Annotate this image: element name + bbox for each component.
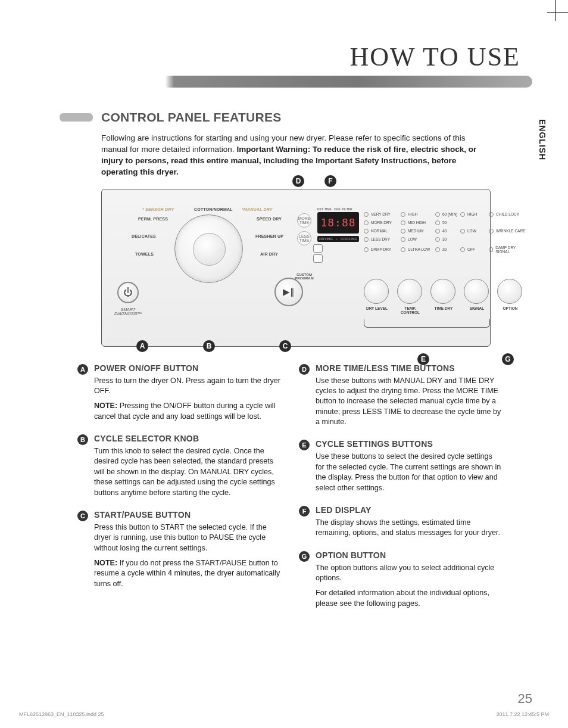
page-title: HOW TO USE: [60, 42, 520, 72]
opt-high2: HIGH: [460, 212, 488, 217]
label-freshen-up: FRESHEN UP: [255, 234, 283, 238]
opt-40: 40: [435, 229, 459, 234]
smart-diagnosis-label: SMART DIAGNOSIS™: [111, 307, 145, 316]
callout-D: D: [292, 175, 304, 187]
label-est-time: EST. TIME: [317, 207, 332, 211]
label-time-dry: TIME DRY: [429, 306, 458, 315]
opt-20: 20: [435, 245, 459, 254]
opt-60min: 60 (MIN): [435, 212, 459, 217]
badge-B: B: [77, 434, 88, 445]
start-pause-button[interactable]: ▶∥: [274, 278, 303, 306]
opt-damp-dry-signal: DAMP DRY SIGNAL: [489, 245, 527, 254]
feature-A-title: POWER ON/OFF BUTTON: [94, 363, 281, 373]
badge-C: C: [77, 511, 88, 521]
note-text: If you do not press the START/PAUSE butt…: [94, 559, 280, 588]
label-manual-dry: *MANUAL DRY: [242, 207, 273, 211]
features-columns: A POWER ON/OFF BUTTON Press to turn the …: [77, 363, 503, 609]
footer-timestamp: 2011.7.22 12:45:5 PM: [496, 711, 549, 717]
opt-mid-high: MID HIGH: [401, 220, 434, 225]
header-rule: [95, 76, 532, 88]
option-button[interactable]: [497, 279, 522, 304]
power-button[interactable]: ⏻: [117, 282, 139, 303]
knob-center: [193, 233, 226, 266]
callout-F: F: [324, 175, 336, 187]
label-cotton-normal: COTTON/NORMAL: [194, 207, 233, 211]
opt-child-lock: CHILD LOCK: [489, 212, 527, 217]
section-title: CONTROL PANEL FEATURES: [101, 110, 282, 125]
page: HOW TO USE ENGLISH CONTROL PANEL FEATURE…: [0, 0, 568, 633]
opt-low: LOW: [460, 229, 488, 234]
badge-E: E: [299, 440, 310, 450]
callout-E: E: [417, 353, 429, 365]
feature-D-title: MORE TIME/LESS TIME BUTTONS: [316, 363, 503, 373]
opt-damp-dry: DAMP DRY: [364, 245, 400, 254]
opt-wrinkle-care: WRINKLE CARE: [489, 229, 527, 234]
feature-B: B CYCLE SELECTOR KNOB Turn this knob to …: [77, 434, 281, 498]
control-panel-diagram: D F A B C E G * SENSOR DRY COTTON/NORMAL…: [101, 189, 491, 347]
label-perm-press: PERM. PRESS: [138, 217, 168, 221]
language-tab: ENGLISH: [538, 119, 547, 160]
feature-C: C START/PAUSE BUTTON Press this button t…: [77, 510, 281, 589]
callout-C: C: [279, 340, 291, 352]
badge-F: F: [299, 506, 310, 517]
signal-button[interactable]: [464, 279, 489, 304]
page-number: 25: [518, 691, 532, 707]
feature-G-p2: For detailed information about the indiv…: [316, 588, 503, 609]
options-grid: VERY DRY HIGH 60 (MIN) HIGH CHILD LOCK M…: [364, 212, 527, 254]
opt-off: OFF: [460, 245, 488, 254]
badge-D: D: [299, 364, 310, 375]
bracket-e: [364, 319, 490, 328]
note-text: Pressing the ON/OFF button during a cycl…: [94, 402, 275, 420]
cycle-buttons-row: [364, 279, 522, 304]
section-bullet: [60, 113, 93, 122]
feature-G-title: OPTION BUTTON: [316, 550, 503, 560]
label-cooling: COOLING: [341, 237, 357, 241]
status-icon: [313, 244, 323, 253]
label-drying: DRYING: [319, 237, 333, 241]
status-icon: [313, 254, 323, 263]
opt-low2: LOW: [401, 237, 434, 242]
opt-very-dry: VERY DRY: [364, 212, 400, 217]
status-icons: [313, 244, 362, 265]
feature-B-title: CYCLE SELECTOR KNOB: [94, 434, 281, 443]
label-temp-control: TEMP. CONTROL: [395, 306, 425, 315]
led-display: 18:88: [317, 212, 359, 234]
cycle-buttons-labels: DRY LEVEL TEMP. CONTROL TIME DRY SIGNAL …: [362, 306, 525, 315]
intro-paragraph: Following are instructions for starting …: [101, 133, 491, 178]
label-signal: SIGNAL: [462, 306, 492, 315]
badge-G: G: [299, 551, 310, 562]
label-chk-filter: CHK. FILTER: [334, 207, 352, 211]
features-col-left: A POWER ON/OFF BUTTON Press to turn the …: [77, 363, 281, 609]
feature-G-p1: The option buttons allow you to select a…: [316, 563, 503, 584]
opt-ultra-low: ULTRA LOW: [401, 245, 434, 254]
time-icons: MORE TIME LESS TIME: [297, 213, 311, 245]
opt-50: 50: [435, 220, 459, 225]
opt-less-dry: LESS DRY: [364, 237, 400, 242]
time-dry-button[interactable]: [430, 279, 455, 304]
cycle-selector-knob[interactable]: [174, 214, 243, 283]
feature-A: A POWER ON/OFF BUTTON Press to turn the …: [77, 363, 281, 422]
drying-cooling-bar: DRYING›COOLING: [317, 236, 359, 242]
feature-C-note: NOTE: If you do not press the START/PAUS…: [94, 558, 281, 589]
dry-level-button[interactable]: [364, 279, 389, 304]
feature-F: F LED DISPLAY The display shows the sett…: [299, 505, 503, 539]
label-towels: TOWELS: [135, 252, 154, 256]
callout-G: G: [502, 353, 514, 365]
less-time-button[interactable]: LESS TIME: [297, 231, 311, 245]
feature-A-p1: Press to turn the dryer ON. Press again …: [94, 376, 281, 397]
features-col-right: D MORE TIME/LESS TIME BUTTONS Use these …: [299, 363, 503, 609]
label-option: OPTION: [495, 306, 525, 315]
temp-control-button[interactable]: [397, 279, 422, 304]
note-label: NOTE:: [94, 559, 120, 567]
callout-A: A: [136, 340, 148, 352]
dial-area: * SENSOR DRY COTTON/NORMAL *MANUAL DRY P…: [114, 207, 310, 291]
feature-C-title: START/PAUSE BUTTON: [94, 510, 281, 519]
label-dry-level: DRY LEVEL: [362, 306, 392, 315]
badge-A: A: [77, 364, 88, 375]
label-air-dry: AIR DRY: [260, 252, 278, 256]
more-time-button[interactable]: MORE TIME: [297, 213, 311, 228]
opt-more-dry: MORE DRY: [364, 220, 400, 225]
label-sensor-dry: * SENSOR DRY: [142, 207, 174, 211]
opt-normal: NORMAL: [364, 229, 400, 234]
feature-D-p1: Use these buttons with MANUAL DRY and TI…: [316, 376, 503, 428]
